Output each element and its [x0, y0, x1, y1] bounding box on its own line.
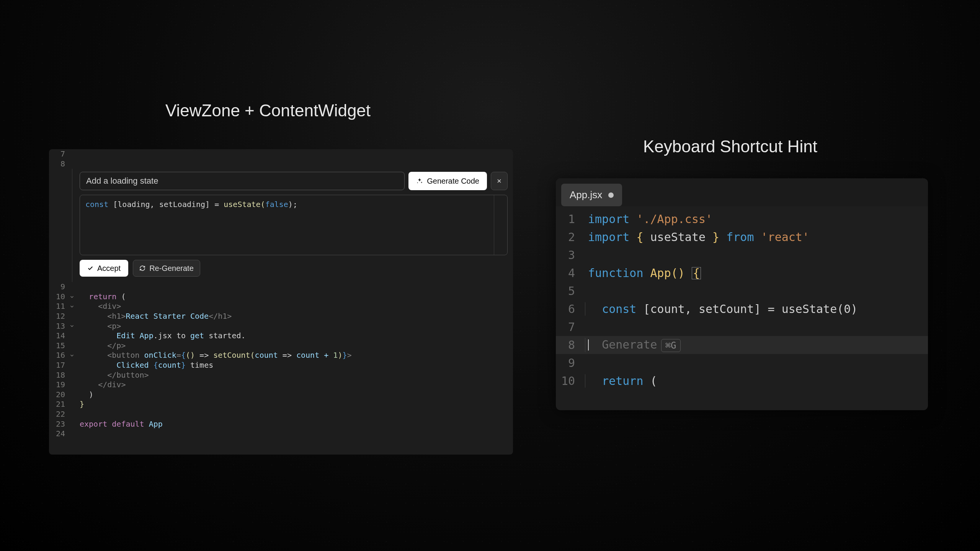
- accept-button[interactable]: Accept: [80, 260, 128, 277]
- fold-icon: [67, 331, 77, 341]
- tab-bar: App.jsx: [556, 178, 928, 206]
- generate-code-button[interactable]: Generate Code: [408, 172, 487, 190]
- code-line[interactable]: 5: [556, 282, 928, 300]
- code-line[interactable]: 16 <button onClick={() => setCount(count…: [49, 350, 513, 360]
- heading-viewzone: ViewZone + ContentWidget: [165, 101, 371, 120]
- generated-code-box: const [loading, setLoading] = useState(f…: [80, 195, 508, 255]
- fold-icon: [67, 429, 77, 439]
- fold-icon[interactable]: [67, 292, 77, 302]
- accept-label: Accept: [97, 264, 121, 273]
- fold-icon: [67, 409, 77, 419]
- fold-icon[interactable]: [67, 302, 77, 311]
- code-line[interactable]: 9: [556, 354, 928, 372]
- fold-icon: [67, 399, 77, 409]
- fold-icon: [67, 370, 77, 380]
- code-line[interactable]: 14 Edit App.jsx to get started.: [49, 331, 513, 341]
- left-editor-panel: 78 Generate Code const [loading, setLoad…: [49, 149, 513, 455]
- code-line[interactable]: 20 ): [49, 390, 513, 400]
- fold-icon: [67, 419, 77, 429]
- code-line[interactable]: 4function App() {: [556, 264, 928, 282]
- regenerate-button[interactable]: Re-Generate: [133, 260, 200, 277]
- sparkle-icon: [416, 178, 423, 184]
- generate-code-label: Generate Code: [427, 177, 479, 186]
- code-line[interactable]: 18 </button>: [49, 370, 513, 380]
- unsaved-dot-icon: [608, 192, 614, 198]
- code-line[interactable]: 8 Generate⌘G: [556, 336, 928, 354]
- code-line[interactable]: 2import { useState } from 'react': [556, 228, 928, 246]
- code-line[interactable]: 10 return (: [556, 372, 928, 390]
- code-line[interactable]: 11 <div>: [49, 302, 513, 311]
- ghost-hint: Generate: [602, 338, 657, 351]
- fold-icon: [67, 390, 77, 400]
- code-line[interactable]: 10 return (: [49, 292, 513, 302]
- shortcut-badge: ⌘G: [661, 339, 681, 352]
- text-cursor: [588, 339, 589, 350]
- fold-icon: [67, 380, 77, 390]
- code-line[interactable]: 21}: [49, 399, 513, 409]
- fold-icon[interactable]: [67, 321, 77, 331]
- code-line[interactable]: 17 Clicked {count} times: [49, 360, 513, 370]
- fold-icon[interactable]: [67, 350, 77, 360]
- regenerate-label: Re-Generate: [149, 264, 194, 273]
- code-line[interactable]: 12 <h1>React Starter Code</h1>: [49, 311, 513, 321]
- code-line[interactable]: 8: [49, 159, 513, 169]
- code-line[interactable]: 24: [49, 429, 513, 439]
- check-icon: [87, 265, 93, 271]
- code-line[interactable]: 9: [49, 282, 513, 292]
- fold-icon: [67, 311, 77, 321]
- code-line[interactable]: 13 <p>: [49, 321, 513, 331]
- code-line[interactable]: 1import './App.css': [556, 210, 928, 228]
- tab-label: App.jsx: [570, 189, 602, 201]
- code-line[interactable]: 19 </div>: [49, 380, 513, 390]
- code-line[interactable]: 23export default App: [49, 419, 513, 429]
- heading-shortcut-hint: Keyboard Shortcut Hint: [643, 137, 817, 156]
- code-line[interactable]: 22: [49, 409, 513, 419]
- code-line[interactable]: 6 const [count, setCount] = useState(0): [556, 300, 928, 318]
- tab-app-jsx[interactable]: App.jsx: [561, 184, 622, 206]
- prompt-input[interactable]: [80, 172, 405, 190]
- code-line[interactable]: 7: [49, 149, 513, 159]
- code-area[interactable]: 1import './App.css'2import { useState } …: [556, 206, 928, 394]
- right-editor-panel: App.jsx 1import './App.css'2import { use…: [556, 178, 928, 410]
- fold-icon: [67, 282, 77, 292]
- fold-icon: [67, 360, 77, 370]
- code-line[interactable]: 15 </p>: [49, 341, 513, 351]
- close-widget-button[interactable]: [491, 172, 508, 190]
- refresh-icon: [139, 265, 145, 271]
- code-line[interactable]: 7: [556, 318, 928, 336]
- inline-widget: Generate Code const [loading, setLoading…: [49, 169, 513, 282]
- fold-icon: [67, 341, 77, 351]
- code-line[interactable]: 3: [556, 246, 928, 264]
- close-icon: [496, 178, 502, 184]
